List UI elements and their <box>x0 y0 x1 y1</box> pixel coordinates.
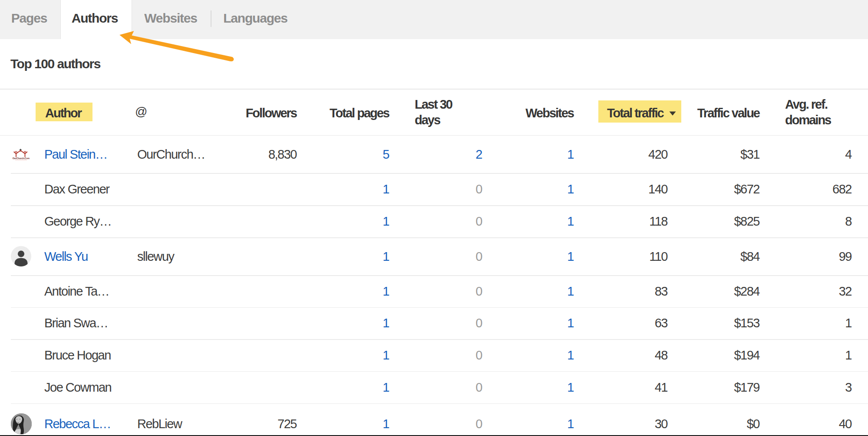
svg-text:OurChurch.Com: OurChurch.Com <box>13 157 30 160</box>
